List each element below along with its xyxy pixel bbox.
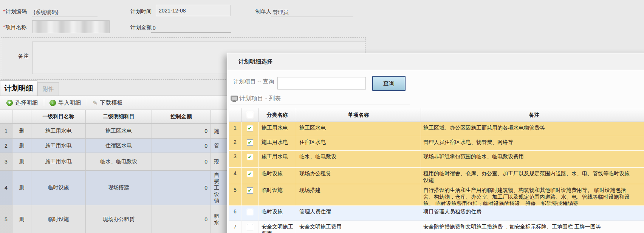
select-all-checkbox[interactable]	[247, 112, 253, 118]
item-cell: 管理人员住宿	[296, 206, 421, 221]
list-item[interactable]: 3 ✔ 施工用水电 临水、临电敷设 现场非班组承包范围的临水、临电敷设费用	[229, 151, 644, 168]
check-icon: ✔	[248, 171, 252, 176]
project-name-redacted-input[interactable]	[32, 20, 110, 33]
row-checkbox[interactable]: ✔	[247, 139, 253, 146]
list-item[interactable]: 1 ✔ 施工用水电 施工区水电 施工区域、办公区因施工而耗用的各项水电物管费等	[229, 122, 644, 136]
header-level2: 二级明细科目	[86, 110, 152, 124]
redacted-blur	[32, 20, 110, 33]
list-item[interactable]: 5 ✔ 临时设施 现场搭建 自行搭设的生活和生产用的临时建筑物、构筑物和其他临时…	[229, 184, 644, 206]
delete-link[interactable]: 删	[12, 171, 31, 205]
category-cell: 安全文明施工费用	[259, 221, 296, 233]
toolbar-separator	[87, 99, 87, 106]
category-cell: 施工用水电	[259, 151, 296, 168]
plan-time-label: 计划时间	[130, 8, 152, 15]
level1-cell: 施工用水电	[31, 153, 86, 171]
row-index: 3	[0, 153, 12, 171]
remark-cell: 现	[214, 159, 219, 165]
list-header-row: 分类名称 单项名称 备注	[229, 108, 644, 122]
list-title-rule	[230, 105, 410, 105]
list-item[interactable]: 6 临时设施 管理人员住宿 项目管理人员租赁的住房	[229, 206, 644, 221]
item-cell: 安全文明施工费用	[296, 221, 421, 233]
delete-link[interactable]: 删	[12, 205, 31, 233]
remark-cell: 管理人员住宿区水电、物管费、网络等	[421, 136, 644, 151]
plan-code-label: *计划编码	[3, 8, 26, 15]
row-index: 5	[229, 184, 242, 206]
row-checkbox[interactable]: ✔	[247, 187, 253, 194]
plan-amount-label: 计划金额	[130, 24, 152, 31]
remark-cell: 施	[214, 128, 219, 134]
level2-cell: 现场搭建	[86, 171, 152, 205]
query-button[interactable]: 查询	[372, 76, 406, 91]
item-cell: 现场办公租赁	[296, 168, 421, 184]
header-item: 单项名称	[296, 108, 421, 122]
row-checkbox[interactable]: ✔	[247, 125, 253, 131]
remark-cell: 现场非班组承包范围的临水、临电敷设费用	[421, 151, 644, 168]
dialog-titlebar[interactable]: 计划明细选择	[227, 53, 644, 70]
header-level1: 一级科目名称	[31, 110, 86, 124]
download-template-label: 下载模板	[100, 99, 122, 106]
import-detail-button[interactable]: ↓ 导入明细	[50, 99, 81, 106]
download-icon: ↓	[50, 100, 56, 106]
remark-cell: 管	[214, 142, 219, 149]
header-checkbox-cell	[242, 108, 259, 122]
delete-link[interactable]: 删	[12, 139, 31, 153]
remark-cell: 自行搭设的生活和生产用的临时建筑物、构筑物和其他临时设施费用等。 临时设施包括 …	[421, 184, 644, 206]
category-cell: 施工用水电	[259, 122, 296, 136]
download-template-button[interactable]: ✎ 下载模板	[93, 99, 122, 106]
row-checkbox[interactable]: ✔	[247, 171, 253, 177]
creator-label: 制单人	[255, 8, 271, 15]
header-amount: 控制金额	[152, 110, 211, 124]
tab-attachment[interactable]: 附件	[37, 82, 59, 96]
amount-cell: 0	[152, 205, 211, 233]
dialog-title: 计划明细选择	[238, 58, 272, 65]
row-index: 2	[0, 139, 12, 153]
item-cell: 住宿区水电	[296, 136, 421, 151]
row-index: 2	[229, 136, 242, 151]
row-index: 1	[0, 124, 12, 139]
list-item[interactable]: 7 安全文明施工费用 安全文明施工费用 安全防护措施费和文明施工措施费 ，如安全…	[229, 221, 644, 233]
remark-cell: 施工区域、办公区因施工而耗用的各项水电物管费等	[421, 122, 644, 136]
remark-cell: 租用的临时宿舍、仓库、办公室、加工厂以及规定范围内道路、水、电、管线等临时设施 …	[421, 168, 644, 184]
select-detail-label: 选择明细	[15, 99, 38, 106]
delete-link[interactable]: 删	[12, 124, 31, 139]
plan-amount-value: 0	[151, 23, 231, 33]
add-icon: +	[6, 100, 13, 106]
app-window: *计划编码 {系统编码} 计划时间 制单人 管理员 *项目名称 计划金额 0 备…	[0, 0, 644, 233]
list-item[interactable]: 2 ✔ 施工用水电 住宿区水电 管理人员住宿区水电、物管费、网络等	[229, 136, 644, 151]
remark-label: 备注	[14, 53, 29, 60]
amount-cell: 0	[152, 153, 211, 171]
select-detail-button[interactable]: + 选择明细	[6, 99, 38, 106]
level1-cell: 临时设施	[31, 205, 86, 233]
header-delete	[12, 110, 31, 124]
level2-cell: 住宿区水电	[86, 139, 152, 153]
level2-cell: 施工区水电	[86, 124, 152, 139]
row-checkbox[interactable]	[247, 224, 253, 230]
header-index	[0, 110, 12, 124]
category-cell: 临时设施	[259, 168, 296, 184]
query-input[interactable]	[277, 77, 366, 89]
level2-cell: 现场办公租赁	[86, 205, 152, 233]
item-cell: 现场搭建	[296, 184, 421, 206]
toolbar-separator	[44, 99, 44, 106]
remark-cell: 租 水	[214, 213, 219, 226]
row-checkbox[interactable]	[247, 209, 253, 215]
project-name-label: *项目名称	[3, 24, 26, 31]
row-index: 7	[229, 221, 242, 233]
row-checkbox[interactable]: ✔	[247, 154, 253, 160]
delete-link[interactable]: 删	[12, 153, 31, 171]
remark-cell: 项目管理人员租赁的住房	[421, 206, 644, 221]
list-title: 计划项目 - 列表	[239, 95, 281, 103]
level1-cell: 施工用水电	[31, 124, 86, 139]
plan-time-input[interactable]	[156, 5, 231, 16]
check-icon: ✔	[248, 154, 252, 159]
monitor-icon	[231, 96, 238, 103]
level2-cell: 临水、临电敷设	[86, 153, 152, 171]
list-item[interactable]: 4 ✔ 临时设施 现场办公租赁 租用的临时宿舍、仓库、办公室、加工厂以及规定范围…	[229, 168, 644, 184]
tab-plan-detail[interactable]: 计划明细	[0, 80, 37, 96]
row-index: 6	[229, 206, 242, 221]
amount-cell: 0	[152, 139, 211, 153]
check-icon: ✔	[248, 188, 252, 193]
row-index: 4	[229, 168, 242, 184]
row-index: 3	[229, 151, 242, 168]
item-cell: 临水、临电敷设	[296, 151, 421, 168]
